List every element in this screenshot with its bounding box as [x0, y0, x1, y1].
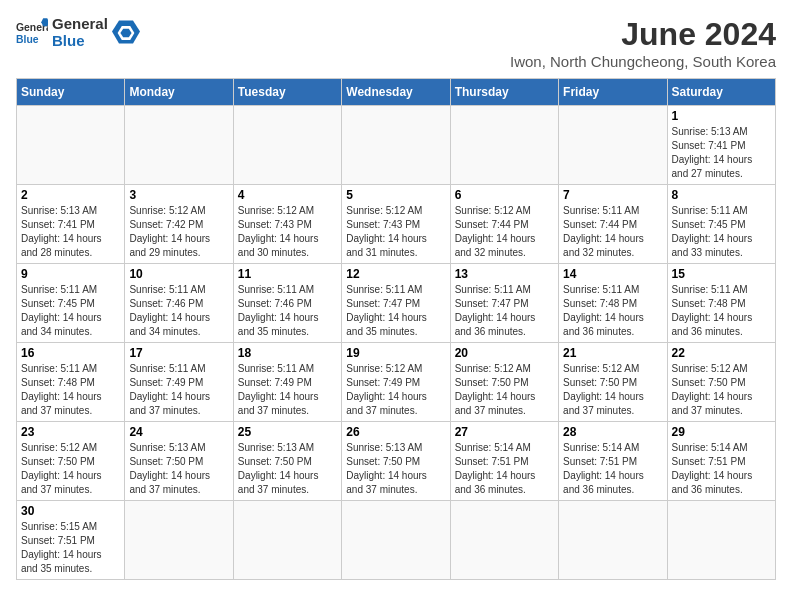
calendar-cell: 27Sunrise: 5:14 AM Sunset: 7:51 PM Dayli…: [450, 422, 558, 501]
calendar-header: SundayMondayTuesdayWednesdayThursdayFrid…: [17, 79, 776, 106]
day-number: 15: [672, 267, 771, 281]
day-info: Sunrise: 5:11 AM Sunset: 7:47 PM Dayligh…: [346, 283, 445, 339]
calendar-cell: [450, 501, 558, 580]
day-number: 8: [672, 188, 771, 202]
calendar-cell: 24Sunrise: 5:13 AM Sunset: 7:50 PM Dayli…: [125, 422, 233, 501]
month-title: June 2024: [510, 16, 776, 53]
day-info: Sunrise: 5:13 AM Sunset: 7:41 PM Dayligh…: [21, 204, 120, 260]
calendar-cell: 26Sunrise: 5:13 AM Sunset: 7:50 PM Dayli…: [342, 422, 450, 501]
day-info: Sunrise: 5:11 AM Sunset: 7:45 PM Dayligh…: [672, 204, 771, 260]
logo-general: General: [52, 16, 108, 33]
weekday-header-saturday: Saturday: [667, 79, 775, 106]
day-info: Sunrise: 5:11 AM Sunset: 7:48 PM Dayligh…: [672, 283, 771, 339]
calendar-cell: 19Sunrise: 5:12 AM Sunset: 7:49 PM Dayli…: [342, 343, 450, 422]
day-info: Sunrise: 5:14 AM Sunset: 7:51 PM Dayligh…: [563, 441, 662, 497]
day-info: Sunrise: 5:14 AM Sunset: 7:51 PM Dayligh…: [455, 441, 554, 497]
day-number: 12: [346, 267, 445, 281]
day-number: 27: [455, 425, 554, 439]
day-number: 30: [21, 504, 120, 518]
weekday-header-wednesday: Wednesday: [342, 79, 450, 106]
calendar-cell: 11Sunrise: 5:11 AM Sunset: 7:46 PM Dayli…: [233, 264, 341, 343]
day-info: Sunrise: 5:12 AM Sunset: 7:44 PM Dayligh…: [455, 204, 554, 260]
calendar-cell: [342, 106, 450, 185]
calendar-cell: 2Sunrise: 5:13 AM Sunset: 7:41 PM Daylig…: [17, 185, 125, 264]
day-number: 18: [238, 346, 337, 360]
calendar-cell: 17Sunrise: 5:11 AM Sunset: 7:49 PM Dayli…: [125, 343, 233, 422]
calendar-cell: [233, 106, 341, 185]
day-number: 7: [563, 188, 662, 202]
weekday-header-sunday: Sunday: [17, 79, 125, 106]
day-number: 20: [455, 346, 554, 360]
calendar-cell: 29Sunrise: 5:14 AM Sunset: 7:51 PM Dayli…: [667, 422, 775, 501]
day-number: 10: [129, 267, 228, 281]
day-info: Sunrise: 5:12 AM Sunset: 7:50 PM Dayligh…: [672, 362, 771, 418]
day-number: 4: [238, 188, 337, 202]
calendar-cell: [559, 501, 667, 580]
day-info: Sunrise: 5:11 AM Sunset: 7:49 PM Dayligh…: [129, 362, 228, 418]
day-info: Sunrise: 5:14 AM Sunset: 7:51 PM Dayligh…: [672, 441, 771, 497]
day-number: 14: [563, 267, 662, 281]
day-info: Sunrise: 5:12 AM Sunset: 7:50 PM Dayligh…: [455, 362, 554, 418]
calendar-cell: [17, 106, 125, 185]
calendar-cell: 12Sunrise: 5:11 AM Sunset: 7:47 PM Dayli…: [342, 264, 450, 343]
calendar-cell: 28Sunrise: 5:14 AM Sunset: 7:51 PM Dayli…: [559, 422, 667, 501]
day-info: Sunrise: 5:12 AM Sunset: 7:43 PM Dayligh…: [238, 204, 337, 260]
calendar-table: SundayMondayTuesdayWednesdayThursdayFrid…: [16, 78, 776, 580]
day-number: 3: [129, 188, 228, 202]
calendar-week-row: 16Sunrise: 5:11 AM Sunset: 7:48 PM Dayli…: [17, 343, 776, 422]
day-info: Sunrise: 5:11 AM Sunset: 7:45 PM Dayligh…: [21, 283, 120, 339]
calendar-week-row: 30Sunrise: 5:15 AM Sunset: 7:51 PM Dayli…: [17, 501, 776, 580]
calendar-cell: [450, 106, 558, 185]
day-info: Sunrise: 5:11 AM Sunset: 7:46 PM Dayligh…: [129, 283, 228, 339]
page-header: General Blue General Blue June 2024 Iwon…: [16, 16, 776, 70]
calendar-cell: 16Sunrise: 5:11 AM Sunset: 7:48 PM Dayli…: [17, 343, 125, 422]
day-number: 29: [672, 425, 771, 439]
calendar-cell: [559, 106, 667, 185]
day-number: 11: [238, 267, 337, 281]
day-number: 21: [563, 346, 662, 360]
calendar-week-row: 1Sunrise: 5:13 AM Sunset: 7:41 PM Daylig…: [17, 106, 776, 185]
day-info: Sunrise: 5:11 AM Sunset: 7:46 PM Dayligh…: [238, 283, 337, 339]
weekday-row: SundayMondayTuesdayWednesdayThursdayFrid…: [17, 79, 776, 106]
day-number: 1: [672, 109, 771, 123]
calendar-cell: [125, 106, 233, 185]
calendar-week-row: 9Sunrise: 5:11 AM Sunset: 7:45 PM Daylig…: [17, 264, 776, 343]
calendar-cell: 1Sunrise: 5:13 AM Sunset: 7:41 PM Daylig…: [667, 106, 775, 185]
day-number: 16: [21, 346, 120, 360]
day-info: Sunrise: 5:13 AM Sunset: 7:41 PM Dayligh…: [672, 125, 771, 181]
weekday-header-monday: Monday: [125, 79, 233, 106]
day-number: 25: [238, 425, 337, 439]
day-info: Sunrise: 5:13 AM Sunset: 7:50 PM Dayligh…: [129, 441, 228, 497]
day-number: 19: [346, 346, 445, 360]
logo-blue: Blue: [52, 33, 108, 50]
calendar-cell: 20Sunrise: 5:12 AM Sunset: 7:50 PM Dayli…: [450, 343, 558, 422]
svg-text:Blue: Blue: [16, 33, 39, 44]
day-info: Sunrise: 5:12 AM Sunset: 7:49 PM Dayligh…: [346, 362, 445, 418]
day-info: Sunrise: 5:11 AM Sunset: 7:47 PM Dayligh…: [455, 283, 554, 339]
logo-triangle-icon: [112, 19, 140, 47]
calendar-cell: 13Sunrise: 5:11 AM Sunset: 7:47 PM Dayli…: [450, 264, 558, 343]
calendar-cell: 5Sunrise: 5:12 AM Sunset: 7:43 PM Daylig…: [342, 185, 450, 264]
calendar-cell: 23Sunrise: 5:12 AM Sunset: 7:50 PM Dayli…: [17, 422, 125, 501]
day-number: 5: [346, 188, 445, 202]
calendar-cell: 4Sunrise: 5:12 AM Sunset: 7:43 PM Daylig…: [233, 185, 341, 264]
day-number: 24: [129, 425, 228, 439]
day-info: Sunrise: 5:15 AM Sunset: 7:51 PM Dayligh…: [21, 520, 120, 576]
weekday-header-tuesday: Tuesday: [233, 79, 341, 106]
calendar-cell: 7Sunrise: 5:11 AM Sunset: 7:44 PM Daylig…: [559, 185, 667, 264]
day-number: 26: [346, 425, 445, 439]
day-info: Sunrise: 5:12 AM Sunset: 7:50 PM Dayligh…: [21, 441, 120, 497]
day-number: 9: [21, 267, 120, 281]
weekday-header-friday: Friday: [559, 79, 667, 106]
calendar-cell: [125, 501, 233, 580]
calendar-cell: 21Sunrise: 5:12 AM Sunset: 7:50 PM Dayli…: [559, 343, 667, 422]
day-info: Sunrise: 5:11 AM Sunset: 7:48 PM Dayligh…: [21, 362, 120, 418]
calendar-cell: 14Sunrise: 5:11 AM Sunset: 7:48 PM Dayli…: [559, 264, 667, 343]
day-info: Sunrise: 5:11 AM Sunset: 7:44 PM Dayligh…: [563, 204, 662, 260]
calendar-cell: 10Sunrise: 5:11 AM Sunset: 7:46 PM Dayli…: [125, 264, 233, 343]
day-info: Sunrise: 5:12 AM Sunset: 7:50 PM Dayligh…: [563, 362, 662, 418]
calendar-cell: [233, 501, 341, 580]
calendar-cell: 6Sunrise: 5:12 AM Sunset: 7:44 PM Daylig…: [450, 185, 558, 264]
day-number: 22: [672, 346, 771, 360]
location-subtitle: Iwon, North Chungcheong, South Korea: [510, 53, 776, 70]
